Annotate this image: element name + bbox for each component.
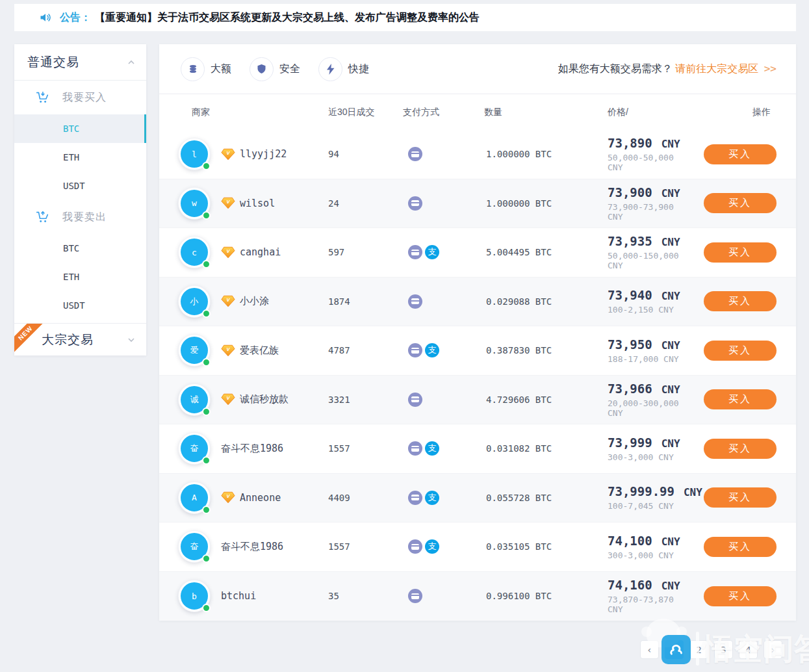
limit-range: 50,000-150,000 CNY — [608, 251, 692, 270]
vip-badge-icon: V — [221, 344, 235, 357]
avatar-initial: 爱 — [190, 344, 199, 356]
col-header-payment: 支付方式 — [403, 107, 484, 118]
avatar-initial: b — [192, 591, 197, 601]
bankcard-payment-icon — [408, 245, 422, 259]
buy-button[interactable]: 买入 — [704, 193, 777, 213]
merchant-name[interactable]: canghai — [240, 246, 281, 258]
filter-chip-fast[interactable]: 快捷 — [318, 57, 369, 81]
online-status-dot — [202, 604, 211, 612]
avatar: 爱 — [179, 335, 210, 366]
alipay-payment-icon: 支 — [425, 441, 439, 456]
sidebar-item-sell-usdt[interactable]: USDT — [14, 291, 146, 320]
alipay-payment-icon: 支 — [425, 539, 439, 554]
buy-button[interactable]: 买入 — [704, 439, 777, 459]
trades-count: 597 — [328, 247, 344, 257]
merchant-name[interactable]: 奋斗不息1986 — [221, 541, 283, 553]
trades-count: 24 — [328, 198, 339, 209]
sidebar-item-buy-eth[interactable]: ETH — [14, 143, 146, 172]
table-row: 奋 V 奋斗不息1986 1557 支 0.031082 BTC 73,999 … — [159, 424, 796, 474]
merchant-name[interactable]: wilsol — [240, 198, 275, 209]
sidebar-item-buy-btc[interactable]: BTC — [14, 114, 146, 143]
amount: 0.035105 BTC — [486, 541, 552, 552]
bankcard-payment-icon — [408, 589, 422, 603]
online-status-dot — [202, 162, 211, 170]
trades-count: 4409 — [328, 493, 350, 503]
vip-badge-icon: V — [221, 246, 235, 259]
buy-button[interactable]: 买入 — [704, 389, 777, 409]
pagination-page-2[interactable]: 2 — [689, 640, 708, 659]
alipay-payment-icon: 支 — [425, 245, 439, 259]
buy-button[interactable]: 买入 — [704, 242, 777, 263]
sidebar-item-sell-eth[interactable]: ETH — [14, 263, 146, 291]
announcement-bar: 公告： 【重要通知】关于法币交易区系统更新及大宗交易上线、发布广告调整及费率的公… — [14, 4, 796, 31]
sidebar-block-trade[interactable]: NEW 大宗交易 — [14, 323, 146, 355]
merchant-name[interactable]: 小小涂 — [240, 295, 269, 307]
price-value: 73,999.99 — [608, 484, 674, 498]
amount: 5.004495 BTC — [486, 247, 552, 257]
pagination-page-1[interactable]: 1 — [665, 640, 684, 659]
amount: 4.729606 BTC — [486, 394, 552, 405]
table-row: 小 V 小小涂 1874 0.029088 BTC 73,940 CNY — [159, 278, 796, 327]
sidebar-normal-trade-header[interactable]: 普通交易 — [14, 44, 146, 81]
sidebar-item-sell-btc[interactable]: BTC — [14, 234, 146, 263]
sidebar-sell-section[interactable]: 我要卖出 — [14, 200, 146, 234]
price-value: 74,160 — [608, 578, 652, 592]
payment-methods — [403, 393, 484, 407]
normal-trade-title: 普通交易 — [27, 54, 127, 71]
buy-button[interactable]: 买入 — [704, 144, 777, 164]
avatar: A — [179, 482, 210, 513]
avatar-initial: 奋 — [190, 443, 199, 454]
avatar: w — [179, 188, 210, 219]
table-row: 诚 V 诚信秒放款 3321 4.729606 BTC 73,966 CNY — [159, 376, 796, 425]
avatar-initial: 奋 — [190, 541, 199, 552]
merchant-name[interactable]: btchui — [221, 590, 256, 602]
table-row: A V Anneone 4409 支 0.055728 BTC 73,999.9… — [159, 474, 796, 523]
announcement-link[interactable]: 【重要通知】关于法币交易区系统更新及大宗交易上线、发布广告调整及费率的公告 — [95, 11, 480, 25]
alipay-payment-icon: 支 — [425, 343, 439, 357]
chevron-up-icon — [127, 58, 136, 67]
merchant-name[interactable]: 爱表亿族 — [240, 344, 279, 357]
merchant-name[interactable]: 诚信秒放款 — [240, 393, 289, 406]
pagination-next-button[interactable]: › — [764, 640, 782, 659]
merchant-name[interactable]: llyyjj22 — [240, 148, 287, 160]
payment-methods: 支 — [403, 441, 484, 456]
merchant-name[interactable]: 奋斗不息1986 — [221, 443, 283, 455]
amount: 0.387830 BTC — [486, 345, 552, 355]
pagination-page-4[interactable]: 4 — [739, 640, 758, 659]
limit-range: 100-2,150 CNY — [608, 305, 674, 315]
pagination-prev-button[interactable]: ‹ — [640, 640, 659, 659]
table-row: l V llyyjj22 94 1.000000 BTC 73,890 CNY — [159, 130, 796, 179]
buy-button[interactable]: 买入 — [704, 291, 777, 311]
filter-chip-safe[interactable]: 安全 — [250, 57, 300, 81]
limit-range: 188-17,000 CNY — [608, 354, 679, 364]
block-trade-title: 大宗交易 — [42, 331, 127, 348]
sidebar-buy-section[interactable]: 我要买入 — [14, 81, 146, 114]
filter-chip-large-amount[interactable]: 大额 — [181, 57, 231, 81]
pagination-page-3[interactable]: 3 — [714, 640, 733, 659]
shield-icon — [250, 57, 274, 81]
buy-button[interactable]: 买入 — [704, 537, 777, 557]
avatar: 小 — [179, 286, 210, 317]
buy-button[interactable]: 买入 — [704, 487, 777, 508]
price-currency: CNY — [661, 437, 680, 450]
col-header-amount: 数量 — [484, 107, 603, 118]
coins-icon — [181, 57, 205, 81]
buy-button[interactable]: 买入 — [704, 341, 777, 361]
cart-buy-icon — [35, 90, 49, 105]
payment-methods: 支 — [403, 245, 484, 259]
lightning-icon — [318, 57, 342, 81]
sidebar-item-buy-usdt[interactable]: USDT — [14, 172, 146, 200]
sell-section-label: 我要卖出 — [62, 211, 107, 224]
buy-button[interactable]: 买入 — [704, 586, 777, 606]
pagination: ‹1234› — [640, 640, 788, 659]
block-trade-link[interactable]: 请前往大宗交易区 — [675, 63, 758, 74]
price-value: 74,100 — [608, 534, 652, 548]
online-status-dot — [202, 211, 211, 220]
merchant-name[interactable]: Anneone — [240, 492, 281, 504]
avatar: 奋 — [179, 531, 210, 562]
limit-range: 300-3,000 CNY — [608, 452, 674, 462]
merchant-list-panel: 大额 安全 快捷 如果您有大额交易需求？ — [159, 44, 796, 621]
limit-range: 73,900-73,900 CNY — [608, 202, 692, 222]
table-row: w V wilsol 24 1.000000 BTC 73,900 CNY — [159, 179, 796, 229]
payment-methods: 支 — [403, 491, 484, 505]
